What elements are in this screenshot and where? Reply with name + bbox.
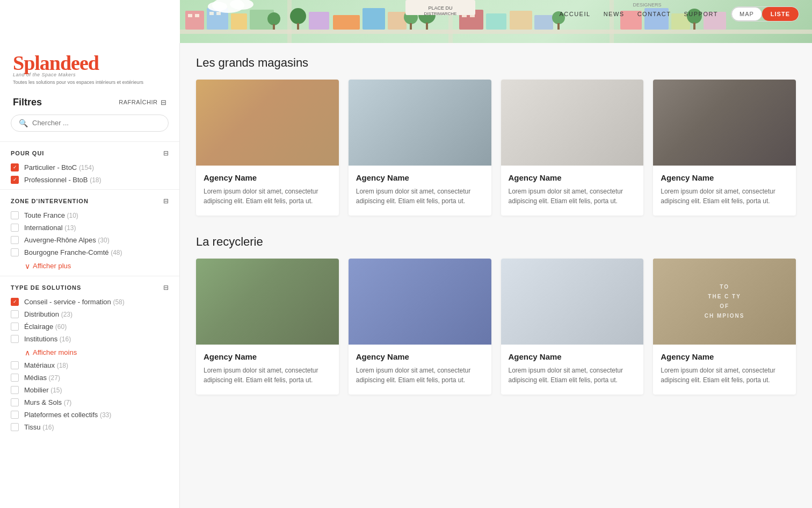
svg-point-10 [290, 8, 306, 24]
search-input[interactable] [32, 119, 161, 127]
zone-title: ZONE D'INTERVENTION [11, 198, 89, 204]
afficher-plus-label: Afficher plus [33, 262, 71, 270]
card-6-image [349, 259, 491, 345]
svg-text:PLACE DU: PLACE DU [428, 5, 452, 11]
nav-support[interactable]: SUPPORT [684, 11, 718, 17]
card-3[interactable]: Agency Name Lorem ipsum dolor sit amet, … [501, 80, 644, 216]
label-mobilier[interactable]: Mobilier (15) [24, 386, 62, 394]
label-eclairage[interactable]: Éclairage (60) [24, 323, 67, 331]
card-1-desc: Lorem ipsum dolor sit amet, consectetur … [204, 187, 331, 206]
label-tissu[interactable]: Tissu (16) [24, 423, 54, 431]
filter-item-tissu: Tissu (16) [11, 421, 169, 433]
checkbox-eclairage[interactable] [11, 323, 19, 331]
checkbox-institutions[interactable] [11, 335, 19, 343]
checkbox-plateformes[interactable] [11, 411, 19, 419]
svg-rect-32 [188, 14, 192, 17]
card-8-body: Agency Name Lorem ipsum dolor sit amet, … [653, 345, 796, 395]
svg-point-8 [267, 12, 280, 25]
card-1[interactable]: Agency Name Lorem ipsum dolor sit amet, … [196, 80, 339, 216]
afficher-moins-type[interactable]: ∧ Afficher moins [11, 345, 169, 359]
card-2-image [349, 80, 491, 166]
filter-item-france: Toute France (10) [11, 209, 169, 221]
label-distribution[interactable]: Distribution (23) [24, 310, 73, 318]
nav-contact[interactable]: CONTACT [637, 11, 671, 17]
card-8-image: TOTHE C TYOFCH MPIONS [653, 259, 796, 345]
svg-rect-0 [180, 30, 812, 34]
svg-rect-33 [195, 14, 199, 17]
card-7-desc: Lorem ipsum dolor sit amet, consectetur … [509, 366, 636, 385]
logo-tagline: Toutes les solutions pour vos espaces in… [13, 80, 166, 86]
filters-header: Filtres RAFRAÎCHIR ⊟ [0, 88, 179, 115]
checkbox-particulier[interactable] [11, 163, 19, 171]
filter-section-zone-header[interactable]: ZONE D'INTERVENTION ⊟ [11, 192, 169, 209]
checkbox-murs-sols[interactable] [11, 398, 19, 406]
card-5-body: Agency Name Lorem ipsum dolor sit amet, … [196, 345, 339, 395]
filter-section-type-header[interactable]: TYPE DE SOLUTIONS ⊟ [11, 278, 169, 296]
filter-reset-icon: ⊟ [161, 98, 167, 106]
checkbox-distribution[interactable] [11, 310, 19, 318]
top-banner: PLACE DU DISTRIMARCHE DESIGNERS ACCUEIL … [0, 0, 812, 43]
svg-rect-17 [410, 23, 412, 30]
card-8-desc: Lorem ipsum dolor sit amet, consectetur … [661, 366, 788, 385]
label-international[interactable]: International (13) [24, 224, 76, 232]
svg-rect-21 [486, 13, 506, 30]
card-3-body: Agency Name Lorem ipsum dolor sit amet, … [501, 166, 644, 216]
card-8[interactable]: TOTHE C TYOFCH MPIONS Agency Name Lorem … [653, 259, 796, 395]
checkbox-international[interactable] [11, 224, 19, 232]
afficher-plus-zone[interactable]: ∨ Afficher plus [11, 259, 169, 273]
label-auvergne[interactable]: Auvergne-Rhône Alpes (30) [24, 236, 110, 244]
label-plateformes[interactable]: Plateformes et collectifs (33) [24, 411, 111, 419]
svg-rect-19 [426, 23, 428, 30]
card-5-image [196, 259, 339, 345]
card-1-name: Agency Name [204, 173, 331, 182]
search-bar: 🔍 [11, 115, 169, 132]
checkbox-auvergne[interactable] [11, 236, 19, 244]
chevron-up-icon: ∧ [25, 348, 30, 357]
card-2-desc: Lorem ipsum dolor sit amet, consectetur … [356, 187, 484, 206]
filter-item-medias: Médias (27) [11, 371, 169, 384]
checkbox-materiaux[interactable] [11, 361, 19, 369]
zone-filter-icon: ⊟ [163, 197, 169, 205]
filter-item-murs-sols: Murs & Sols (7) [11, 396, 169, 409]
nav-news[interactable]: NEWS [604, 11, 625, 17]
afficher-moins-label: Afficher moins [33, 348, 77, 356]
checkbox-professionnel[interactable] [11, 176, 19, 184]
label-murs-sols[interactable]: Murs & Sols (7) [24, 398, 71, 406]
filter-item-auvergne: Auvergne-Rhône Alpes (30) [11, 234, 169, 246]
label-medias[interactable]: Médias (27) [24, 374, 60, 382]
checkbox-bourgogne[interactable] [11, 248, 19, 256]
filter-section-pour-qui-header[interactable]: POUR QUI ⊟ [11, 144, 169, 161]
label-professionnel[interactable]: Professionnel - BtoB (18) [24, 176, 101, 184]
svg-rect-14 [363, 8, 385, 30]
checkbox-tissu[interactable] [11, 423, 19, 431]
rafraichir-button[interactable]: RAFRAÎCHIR ⊟ [119, 98, 166, 106]
checkbox-medias[interactable] [11, 374, 19, 382]
card-8-name: Agency Name [661, 352, 788, 361]
card-5[interactable]: Agency Name Lorem ipsum dolor sit amet, … [196, 259, 339, 395]
nav-accueil[interactable]: ACCUEIL [559, 11, 590, 17]
card-2[interactable]: Agency Name Lorem ipsum dolor sit amet, … [349, 80, 491, 216]
pour-qui-title: POUR QUI [11, 150, 44, 156]
checkbox-france[interactable] [11, 211, 19, 219]
liste-view-button[interactable]: LISTE [762, 7, 799, 21]
card-7[interactable]: Agency Name Lorem ipsum dolor sit amet, … [501, 259, 644, 395]
svg-text:DISTRIMARCHE: DISTRIMARCHE [424, 11, 457, 16]
search-icon: 🔍 [19, 119, 28, 127]
filters-title: Filtres [13, 97, 42, 108]
label-institutions[interactable]: Institutions (16) [24, 335, 71, 343]
card-6[interactable]: Agency Name Lorem ipsum dolor sit amet, … [349, 259, 491, 395]
checkbox-mobilier[interactable] [11, 386, 19, 394]
filter-item-institutions: Institutions (16) [11, 333, 169, 345]
card-4[interactable]: Agency Name Lorem ipsum dolor sit amet, … [653, 80, 796, 216]
label-conseil[interactable]: Conseil - service - formation (58) [24, 298, 125, 306]
label-particulier[interactable]: Particulier - BtoC (154) [24, 163, 94, 171]
label-france[interactable]: Toute France (10) [24, 211, 78, 219]
checkbox-conseil[interactable] [11, 298, 19, 306]
label-materiaux[interactable]: Matériaux (18) [24, 361, 68, 369]
card-5-desc: Lorem ipsum dolor sit amet, consectetur … [204, 366, 331, 385]
rafraichir-label: RAFRAÎCHIR [119, 99, 157, 105]
filter-section-zone: ZONE D'INTERVENTION ⊟ Toute France (10) … [0, 192, 179, 273]
label-bourgogne[interactable]: Bourgogne Franche-Comté (48) [24, 248, 122, 256]
map-view-button[interactable]: MAP [731, 7, 762, 21]
logo: Splandeed [13, 53, 166, 73]
